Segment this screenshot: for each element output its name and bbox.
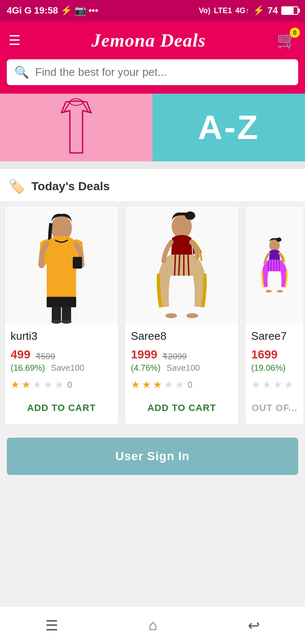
vol-icon: Vo) — [199, 6, 211, 15]
rating-row-saree7: ★ ★ ★ ★ — [245, 376, 304, 393]
products-list: kurti3 499 ₹599 (16.69%) Save100 ★ ★ ★ ★… — [0, 201, 305, 429]
rating-row-saree8: ★ ★ ★ ★ ★ 0 — [125, 376, 238, 393]
search-icon: 🔍 — [14, 65, 29, 79]
bottom-nav: ☰ ⌂ ↩ — [0, 606, 305, 644]
todays-deals-section: 🏷️ Today's Deals — [0, 169, 305, 201]
product-name-saree8: Saree8 — [125, 325, 238, 344]
current-price-kurti3: 499 — [11, 348, 30, 361]
current-price-saree7: 1699 — [251, 348, 277, 361]
svg-point-10 — [38, 260, 45, 268]
rating-row-kurti3: ★ ★ ★ ★ ★ 0 — [5, 376, 118, 393]
price-row-kurti3: 499 ₹599 — [5, 344, 118, 363]
product-image-saree8[interactable] — [125, 206, 238, 325]
star-2: ★ — [142, 379, 151, 391]
svg-rect-12 — [73, 257, 82, 269]
star-3: ★ — [273, 379, 283, 391]
product-image-saree7[interactable] — [245, 206, 304, 325]
svg-point-9 — [61, 319, 72, 324]
svg-point-16 — [165, 313, 177, 318]
nav-back-button[interactable]: ↩ — [248, 617, 260, 634]
star-5: ★ — [55, 379, 64, 391]
savings-percent-saree7: (19.06%) — [251, 363, 286, 373]
price-row-saree8: 1999 ₹2099 — [125, 344, 238, 363]
svg-point-21 — [266, 290, 272, 292]
search-container: 🔍 — [0, 59, 305, 94]
review-count-saree8: 0 — [188, 380, 192, 390]
star-1: ★ — [11, 379, 20, 391]
header: ☰ Jemona Deals 🛒 0 — [0, 21, 305, 59]
home-nav-icon: ⌂ — [149, 617, 158, 633]
star-3: ★ — [153, 379, 162, 391]
svg-rect-6 — [52, 306, 61, 321]
time: 19:58 — [34, 5, 58, 16]
battery-icon — [281, 6, 298, 15]
product-card-saree7: Saree7 1699 (19.06%) ★ ★ ★ ★ OUT OF... — [245, 205, 304, 425]
product-image-kurti3[interactable] — [5, 206, 118, 325]
todays-deals-label: Today's Deals — [31, 180, 110, 193]
search-input[interactable] — [35, 66, 291, 79]
status-right: Vo) LTE1 4G↑ ⚡ 74 — [199, 5, 298, 16]
usb-icon: ⚡ — [61, 5, 72, 16]
banner-az[interactable]: A-Z — [152, 94, 305, 161]
price-row-saree7: 1699 — [245, 344, 304, 363]
savings-row-kurti3: (16.69%) Save100 — [5, 363, 118, 376]
star-4: ★ — [284, 379, 294, 391]
svg-point-15 — [185, 211, 195, 220]
savings-row-saree7: (19.06%) — [245, 363, 304, 376]
add-to-cart-saree8[interactable]: ADD TO CART — [131, 397, 233, 419]
section-divider — [0, 161, 305, 169]
star-1: ★ — [251, 379, 261, 391]
star-4: ★ — [44, 379, 53, 391]
add-to-cart-kurti3[interactable]: ADD TO CART — [11, 397, 112, 419]
svg-point-8 — [51, 319, 61, 324]
az-label: A-Z — [198, 108, 259, 147]
user-signin-button[interactable]: User Sign In — [7, 438, 298, 475]
nav-home-button[interactable]: ⌂ — [149, 617, 158, 633]
dots: ••• — [89, 5, 98, 16]
out-of-stock-saree7: OUT OF... — [251, 397, 298, 419]
svg-rect-7 — [62, 306, 71, 321]
savings-amount-saree8: Save100 — [166, 363, 200, 373]
search-box[interactable]: 🔍 — [7, 59, 298, 85]
cart-badge: 0 — [290, 28, 300, 38]
original-price-kurti3: ₹599 — [36, 351, 55, 361]
hamburger-nav-icon: ☰ — [45, 617, 58, 633]
back-nav-icon: ↩ — [248, 617, 260, 633]
star-1: ★ — [131, 379, 140, 391]
product-name-saree7: Saree7 — [245, 325, 304, 344]
product-name-kurti3: kurti3 — [5, 325, 118, 344]
banner-clothing[interactable] — [0, 94, 152, 161]
star-4: ★ — [164, 379, 173, 391]
savings-amount-kurti3: Save100 — [51, 363, 84, 373]
savings-row-saree8: (4.76%) Save100 — [125, 363, 238, 376]
svg-point-20 — [276, 238, 281, 242]
cart-button[interactable]: 🛒 0 — [277, 31, 297, 50]
battery-level: 74 — [268, 5, 278, 16]
product-card-saree8: Saree8 1999 ₹2099 (4.76%) Save100 ★ ★ ★ … — [125, 205, 239, 425]
star-2: ★ — [262, 379, 272, 391]
hamburger-menu[interactable]: ☰ — [8, 33, 21, 47]
status-bar: 4Gi G 19:58 ⚡ 📷 ••• Vo) LTE1 4G↑ ⚡ 74 — [0, 0, 305, 21]
tag-icon: 🏷️ — [8, 178, 25, 194]
4g-icon: 4G↑ — [236, 6, 250, 15]
savings-percent-kurti3: (16.69%) — [11, 363, 45, 373]
star-5: ★ — [175, 379, 184, 391]
svg-point-17 — [186, 313, 198, 318]
charging-icon: ⚡ — [253, 5, 264, 16]
status-left: 4Gi G 19:58 ⚡ 📷 ••• — [7, 5, 98, 16]
savings-percent-saree8: (4.76%) — [131, 363, 161, 373]
svg-point-22 — [277, 290, 283, 292]
nav-menu-button[interactable]: ☰ — [45, 617, 58, 634]
kurti3-image — [5, 206, 118, 325]
app-logo: Jemona Deals — [92, 30, 206, 51]
review-count-kurti3: 0 — [67, 380, 72, 390]
saree8-image — [125, 206, 238, 325]
extra-icon: 📷 — [75, 5, 86, 16]
lte-icon: LTE1 — [214, 6, 232, 15]
star-3: ★ — [33, 379, 42, 391]
user-signin-container: User Sign In — [0, 429, 305, 483]
signal-strength: 4Gi — [7, 5, 22, 16]
category-banners: A-Z — [0, 94, 305, 161]
svg-rect-5 — [47, 297, 76, 307]
product-card-kurti3: kurti3 499 ₹599 (16.69%) Save100 ★ ★ ★ ★… — [4, 205, 119, 425]
